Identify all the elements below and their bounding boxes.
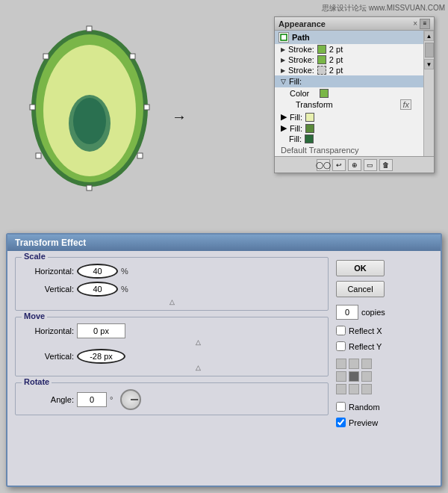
scale-horizontal-unit: % [121, 267, 128, 276]
rotate-angle-row: Angle: ° [22, 389, 322, 410]
fill-label: Fill: [289, 77, 302, 86]
reflect-x-checkbox[interactable] [336, 326, 346, 335]
move-stepper-down: △ [22, 364, 322, 371]
svg-rect-9 [43, 54, 49, 59]
top-section: 思缘设计论坛 www.MISSVUAN.COM → [0, 0, 448, 220]
tb-btn-3[interactable]: ⊕ [348, 159, 361, 171]
reflect-y-checkbox[interactable] [336, 341, 346, 351]
scroll-thumb[interactable] [425, 43, 434, 58]
svg-rect-13 [281, 34, 287, 40]
fill-color-box[interactable] [320, 89, 329, 98]
grid-dot-tr[interactable] [361, 359, 372, 369]
move-link-icon: △ [22, 338, 322, 346]
svg-point-4 [73, 98, 106, 144]
rotate-dial[interactable] [120, 389, 141, 410]
grid-dot-tl[interactable] [336, 359, 346, 369]
reflect-y-row: Reflect Y [336, 341, 433, 351]
svg-rect-8 [87, 185, 92, 190]
scale-horizontal-row: Horizontal: % [22, 264, 322, 279]
reflect-y-label: Reflect Y [349, 342, 382, 351]
fx-badge: fx [400, 99, 411, 110]
copies-label: copies [361, 308, 385, 317]
svg-rect-6 [144, 105, 149, 110]
tb-btn-1[interactable]: ◯◯ [317, 159, 330, 171]
path-icon [279, 32, 289, 43]
stroke-color-2[interactable] [317, 55, 326, 64]
stroke-row-2: ▶ Stroke: 2 pt [275, 55, 423, 65]
scroll-up-btn[interactable]: ▲ [424, 31, 434, 41]
transform-row: Transform fx [281, 99, 417, 111]
scale-section: Scale Horizontal: % Vertical: % △ [15, 257, 329, 311]
scale-legend: Scale [22, 252, 48, 261]
panel-menu-btn[interactable]: ≡ [420, 19, 430, 29]
panel-scrollbar[interactable]: ▲ ▼ [423, 31, 434, 156]
move-horizontal-input[interactable] [77, 323, 125, 338]
tb-btn-2[interactable]: ↩ [332, 159, 346, 171]
copies-input[interactable] [336, 305, 358, 320]
random-checkbox[interactable] [336, 402, 346, 412]
scale-horizontal-input[interactable] [77, 264, 118, 279]
grid-dot-ml[interactable] [336, 371, 346, 382]
panel-title: Appearance [279, 19, 326, 28]
transform-origin-grid[interactable] [336, 359, 433, 396]
rotate-section: Rotate Angle: ° [15, 382, 329, 415]
default-transparency: Default Transparency [275, 144, 423, 156]
panel-close-btn[interactable]: × [413, 19, 417, 28]
grid-dot-bl[interactable] [336, 384, 346, 394]
path-label: Path [292, 33, 310, 42]
grid-dot-br[interactable] [361, 384, 372, 394]
cancel-button[interactable]: Cancel [336, 281, 385, 297]
reflect-x-row: Reflect X [336, 326, 433, 335]
grid-dot-mr[interactable] [361, 371, 372, 382]
grid-dot-mc[interactable] [349, 371, 359, 382]
tb-btn-4[interactable]: ▭ [364, 159, 377, 171]
fill-section: Color Transform fx [275, 87, 423, 111]
fill-color-item-3[interactable] [305, 134, 314, 143]
svg-rect-12 [137, 153, 143, 158]
rotate-angle-unit: ° [110, 395, 113, 404]
preview-checkbox[interactable] [336, 418, 346, 427]
panel-path-header: Path [275, 31, 434, 44]
move-vertical-label: Vertical: [22, 352, 74, 361]
grid-dot-tc[interactable] [349, 359, 359, 369]
panel-bottom-toolbar: ◯◯ ↩ ⊕ ▭ 🗑 [275, 156, 434, 173]
move-vertical-row: Vertical: [22, 349, 322, 364]
scale-vertical-input[interactable] [77, 282, 118, 297]
move-horizontal-label: Horizontal: [22, 326, 74, 335]
fill-item-2: ▶ Fill: [275, 123, 423, 134]
stroke-color-3[interactable] [317, 66, 326, 75]
move-legend: Move [22, 311, 47, 320]
move-vertical-input[interactable] [77, 349, 125, 364]
svg-rect-11 [36, 153, 41, 158]
svg-rect-10 [130, 54, 135, 59]
watermark: 思缘设计论坛 www.MISSVUAN.COM [322, 3, 445, 13]
right-arrow: → [172, 108, 187, 125]
tb-btn-5[interactable]: 🗑 [379, 159, 393, 171]
reflect-x-label: Reflect X [349, 326, 382, 335]
ok-button[interactable]: OK [336, 260, 385, 276]
scale-horizontal-label: Horizontal: [22, 267, 74, 276]
fill-item-3: Fill: [275, 134, 423, 144]
fill-color-row: Color [281, 88, 417, 99]
stroke-row-3: ▶ Stroke: 2 pt [275, 65, 423, 75]
move-section: Move Horizontal: △ Vertical: △ [15, 317, 329, 376]
dialog-title: Transform Effect [7, 235, 441, 251]
svg-rect-5 [30, 105, 35, 110]
dialog-right: OK Cancel copies Reflect X Reflect Y [336, 257, 433, 427]
scale-vertical-unit: % [121, 285, 128, 294]
fill-color-item-2[interactable] [305, 124, 314, 133]
fill-highlighted-row[interactable]: ▽ Fill: [275, 75, 423, 87]
appearance-panel: Appearance × ≡ Path ▶ Stroke: 2 pt ▶ [274, 16, 435, 173]
dialog-left: Scale Horizontal: % Vertical: % △ [15, 257, 329, 427]
rotate-angle-input[interactable] [77, 392, 107, 407]
rotate-angle-label: Angle: [22, 395, 74, 404]
panel-titlebar: Appearance × ≡ [275, 17, 434, 31]
avocado-illustration [22, 22, 172, 202]
stroke-color-1[interactable] [317, 45, 326, 54]
dialog-body: Scale Horizontal: % Vertical: % △ [7, 251, 441, 433]
scroll-down-btn[interactable]: ▼ [424, 59, 434, 69]
fill-color-item-1[interactable] [305, 113, 314, 122]
grid-dot-bc[interactable] [349, 384, 359, 394]
svg-rect-7 [87, 26, 92, 31]
random-label: Random [349, 403, 380, 412]
